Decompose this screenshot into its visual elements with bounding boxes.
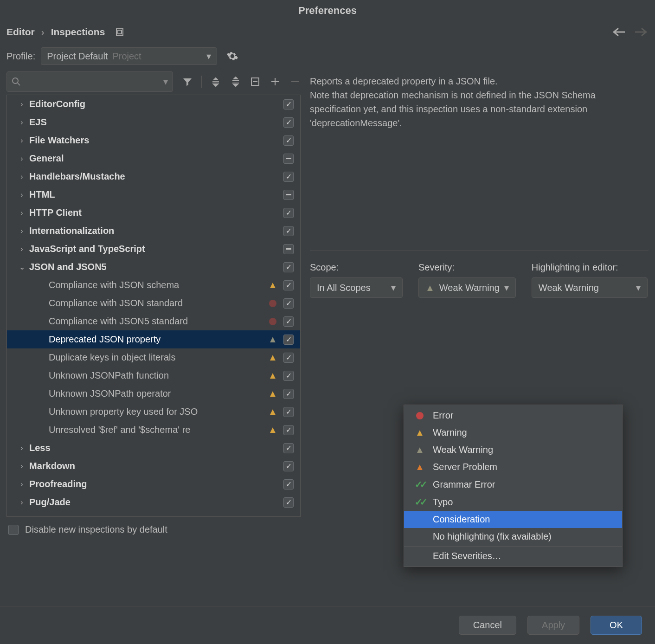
highlight-select[interactable]: Weak Warning ▾ xyxy=(532,277,648,298)
inspection-category[interactable]: › Proofreading xyxy=(7,475,300,493)
inspection-category[interactable]: › EJS xyxy=(7,113,300,131)
tree-item-label: EJS xyxy=(29,117,47,128)
chevron-icon[interactable]: › xyxy=(17,100,26,109)
profile-combo[interactable]: Project Default Project ▾ xyxy=(41,47,217,65)
inspection-checkbox[interactable] xyxy=(283,479,294,489)
severity-option[interactable]: ✓✓Typo xyxy=(404,493,622,511)
chevron-icon[interactable]: › xyxy=(17,498,26,507)
expand-all-icon[interactable] xyxy=(210,76,222,88)
back-arrow-icon[interactable] xyxy=(611,25,627,39)
inspection-checkbox[interactable] xyxy=(283,425,294,435)
inspection-checkbox[interactable] xyxy=(283,262,294,272)
search-input[interactable]: ▾ xyxy=(6,71,173,92)
inspection-category[interactable]: › EditorConfig xyxy=(7,95,300,113)
inspection-checkbox[interactable] xyxy=(283,172,294,182)
inspection-item[interactable]: Unknown property key used for JSO ▲ xyxy=(7,403,300,421)
inspection-checkbox[interactable] xyxy=(283,371,294,381)
disable-new-checkbox[interactable] xyxy=(8,525,19,535)
highlight-value: Weak Warning xyxy=(539,283,599,293)
add-icon[interactable] xyxy=(270,76,281,88)
severity-option[interactable]: No highlighting (fix available) xyxy=(404,528,622,545)
chevron-icon[interactable]: › xyxy=(17,191,26,199)
chevron-icon[interactable]: ⌄ xyxy=(17,263,26,271)
chevron-icon[interactable]: › xyxy=(17,118,26,127)
inspection-checkbox[interactable] xyxy=(283,461,294,471)
inspection-category[interactable]: › Handlebars/Mustache xyxy=(7,167,300,186)
gear-icon[interactable] xyxy=(226,50,238,62)
inspection-item[interactable]: Compliance with JSON standard xyxy=(7,294,300,312)
tree-item-label: File Watchers xyxy=(29,135,89,146)
inspection-category[interactable]: › Internationalization xyxy=(7,222,300,240)
inspection-item[interactable]: Unknown JSONPath function ▲ xyxy=(7,367,300,385)
inspection-description: Reports a deprecated property in a JSON … xyxy=(310,71,649,130)
inspection-checkbox[interactable] xyxy=(283,497,294,508)
inspection-category[interactable]: ⌄ JSON and JSON5 xyxy=(7,258,300,276)
remove-icon[interactable] xyxy=(289,76,301,88)
chevron-icon[interactable]: › xyxy=(17,209,26,217)
chevron-icon[interactable]: › xyxy=(17,462,26,470)
inspection-checkbox[interactable] xyxy=(283,154,294,164)
severity-option[interactable]: ▲Weak Warning xyxy=(404,441,622,458)
breadcrumb-root[interactable]: Editor xyxy=(6,26,35,38)
inspection-item[interactable]: Compliance with JSON schema ▲ xyxy=(7,276,300,294)
inspection-category[interactable]: › General xyxy=(7,149,300,167)
scope-select[interactable]: In All Scopes ▾ xyxy=(310,277,403,298)
chevron-icon[interactable]: › xyxy=(17,173,26,181)
inspection-checkbox[interactable] xyxy=(283,353,294,363)
severity-option[interactable]: Error xyxy=(404,407,622,424)
inspection-category[interactable]: › Pug/Jade xyxy=(7,493,300,511)
inspection-item[interactable]: Compliance with JSON5 standard xyxy=(7,312,300,330)
inspection-tree[interactable]: › EditorConfig › EJS › File Watchers › G… xyxy=(6,95,301,517)
highlight-label: Highlighting in editor: xyxy=(532,262,648,273)
chevron-icon[interactable]: › xyxy=(17,136,26,145)
inspection-checkbox[interactable] xyxy=(283,208,294,218)
window-title: Preferences xyxy=(0,0,655,21)
inspection-checkbox[interactable] xyxy=(283,335,294,345)
chevron-down-icon: ▾ xyxy=(391,282,396,293)
chevron-icon[interactable]: › xyxy=(17,155,26,163)
chevron-icon[interactable]: › xyxy=(17,444,26,452)
severity-select[interactable]: ▲ Weak Warning ▾ xyxy=(418,277,516,298)
inspection-category[interactable]: › HTTP Client xyxy=(7,204,300,222)
inspection-checkbox[interactable] xyxy=(283,298,294,309)
disable-new-label: Disable new inspections by default xyxy=(25,524,167,535)
severity-option[interactable]: ▲Server Problem xyxy=(404,458,622,476)
tree-item-label: Unknown JSONPath function xyxy=(49,370,169,381)
inspection-category[interactable]: › JavaScript and TypeScript xyxy=(7,240,300,258)
edit-severities[interactable]: Edit Severities… xyxy=(404,547,622,565)
inspection-checkbox[interactable] xyxy=(283,443,294,453)
inspection-category[interactable]: › File Watchers xyxy=(7,131,300,149)
inspection-checkbox[interactable] xyxy=(283,226,294,236)
severity-option[interactable]: ▲Warning xyxy=(404,424,622,441)
chevron-icon[interactable]: › xyxy=(17,480,26,489)
tree-item-label: Compliance with JSON5 standard xyxy=(49,316,188,327)
inspection-category[interactable]: › Markdown xyxy=(7,457,300,475)
cancel-button[interactable]: Cancel xyxy=(459,616,516,635)
inspection-category[interactable]: › HTML xyxy=(7,186,300,204)
inspection-checkbox[interactable] xyxy=(283,407,294,417)
chevron-icon[interactable]: › xyxy=(17,245,26,253)
severity-option-label: Weak Warning xyxy=(433,444,493,455)
inspection-checkbox[interactable] xyxy=(283,316,294,327)
inspection-checkbox[interactable] xyxy=(283,389,294,399)
inspection-checkbox[interactable] xyxy=(283,244,294,254)
inspection-checkbox[interactable] xyxy=(283,190,294,200)
severity-option[interactable]: ✓✓Grammar Error xyxy=(404,476,622,493)
inspection-item[interactable]: Duplicate keys in object literals ▲ xyxy=(7,348,300,367)
severity-option[interactable]: Consideration xyxy=(404,511,622,528)
filter-icon[interactable] xyxy=(181,76,193,88)
inspection-checkbox[interactable] xyxy=(283,135,294,146)
dialog-footer: Cancel Apply OK xyxy=(0,606,655,644)
inspection-item[interactable]: Deprecated JSON property ▲ xyxy=(7,330,300,348)
collapse-all-icon[interactable] xyxy=(230,76,241,88)
inspection-category[interactable]: › Less xyxy=(7,439,300,457)
inspection-item[interactable]: Unknown JSONPath operator ▲ xyxy=(7,385,300,403)
chevron-icon[interactable]: › xyxy=(17,227,26,235)
inspection-checkbox[interactable] xyxy=(283,117,294,128)
reset-icon[interactable] xyxy=(250,76,261,88)
inspection-checkbox[interactable] xyxy=(283,280,294,290)
inspection-item[interactable]: Unresolved '$ref' and '$schema' re ▲ xyxy=(7,421,300,439)
inspection-checkbox[interactable] xyxy=(283,99,294,109)
ok-button[interactable]: OK xyxy=(591,616,642,635)
expand-icon[interactable] xyxy=(115,27,124,37)
